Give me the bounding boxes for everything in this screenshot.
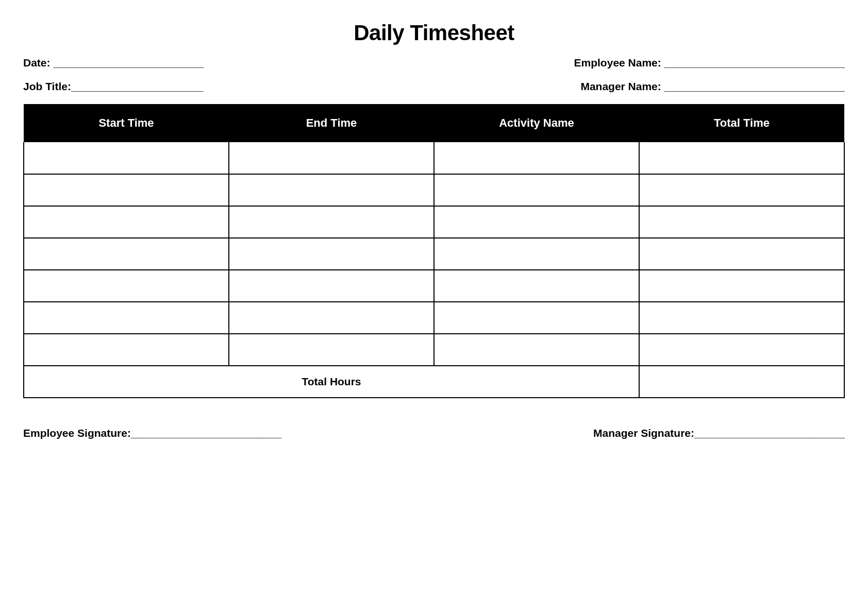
cell-total-time[interactable] [639, 270, 844, 302]
job-title-line: ______________________ [71, 80, 204, 92]
cell-activity-name[interactable] [434, 142, 639, 174]
cell-activity-name[interactable] [434, 174, 639, 206]
cell-total-time[interactable] [639, 334, 844, 366]
cell-end-time[interactable] [229, 270, 434, 302]
table-row [24, 238, 844, 270]
employee-signature-line: _________________________ [131, 427, 281, 439]
info-row-1: Date: _________________________ Employee… [23, 57, 845, 69]
cell-end-time[interactable] [229, 238, 434, 270]
cell-activity-name[interactable] [434, 270, 639, 302]
table-row [24, 142, 844, 174]
manager-name-label: Manager Name: [580, 80, 664, 92]
total-hours-row: Total Hours [24, 366, 844, 398]
table-header-row: Start Time End Time Activity Name Total … [24, 104, 844, 142]
employee-name-line: ______________________________ [664, 57, 845, 69]
cell-start-time[interactable] [24, 238, 229, 270]
cell-start-time[interactable] [24, 174, 229, 206]
table-row [24, 270, 844, 302]
employee-name-label: Employee Name: [574, 57, 664, 69]
table-row [24, 206, 844, 238]
info-row-2: Job Title:______________________ Manager… [23, 80, 845, 93]
cell-total-time[interactable] [639, 142, 844, 174]
job-title-label: Job Title: [23, 80, 71, 92]
total-hours-label: Total Hours [24, 366, 639, 398]
header-start-time: Start Time [24, 104, 229, 142]
cell-start-time[interactable] [24, 270, 229, 302]
employee-signature-label: Employee Signature: [23, 427, 131, 439]
cell-total-time[interactable] [639, 302, 844, 334]
cell-total-time[interactable] [639, 238, 844, 270]
timesheet-table: Start Time End Time Activity Name Total … [23, 104, 845, 398]
header-total-time: Total Time [639, 104, 844, 142]
manager-name-field[interactable]: Manager Name: __________________________… [580, 80, 845, 93]
manager-name-line: ______________________________ [664, 80, 845, 92]
cell-start-time[interactable] [24, 334, 229, 366]
cell-end-time[interactable] [229, 302, 434, 334]
cell-start-time[interactable] [24, 142, 229, 174]
cell-end-time[interactable] [229, 142, 434, 174]
total-hours-value[interactable] [639, 366, 844, 398]
table-row [24, 174, 844, 206]
table-row [24, 302, 844, 334]
employee-signature-field[interactable]: Employee Signature:_____________________… [23, 427, 281, 439]
table-row [24, 334, 844, 366]
manager-signature-label: Manager Signature: [593, 427, 694, 439]
page-title: Daily Timesheet [23, 21, 845, 45]
cell-end-time[interactable] [229, 174, 434, 206]
cell-activity-name[interactable] [434, 206, 639, 238]
signature-row: Employee Signature:_____________________… [23, 427, 845, 439]
cell-total-time[interactable] [639, 174, 844, 206]
cell-activity-name[interactable] [434, 334, 639, 366]
manager-signature-field[interactable]: Manager Signature:______________________… [593, 427, 845, 439]
date-field[interactable]: Date: _________________________ [23, 57, 204, 69]
cell-start-time[interactable] [24, 302, 229, 334]
date-line: _________________________ [53, 57, 204, 69]
cell-end-time[interactable] [229, 206, 434, 238]
cell-activity-name[interactable] [434, 238, 639, 270]
cell-end-time[interactable] [229, 334, 434, 366]
cell-total-time[interactable] [639, 206, 844, 238]
header-activity-name: Activity Name [434, 104, 639, 142]
employee-name-field[interactable]: Employee Name: _________________________… [574, 57, 845, 69]
date-label: Date: [23, 57, 53, 69]
header-end-time: End Time [229, 104, 434, 142]
cell-start-time[interactable] [24, 206, 229, 238]
cell-activity-name[interactable] [434, 302, 639, 334]
manager-signature-line: _________________________ [694, 427, 845, 439]
job-title-field[interactable]: Job Title:______________________ [23, 80, 204, 93]
